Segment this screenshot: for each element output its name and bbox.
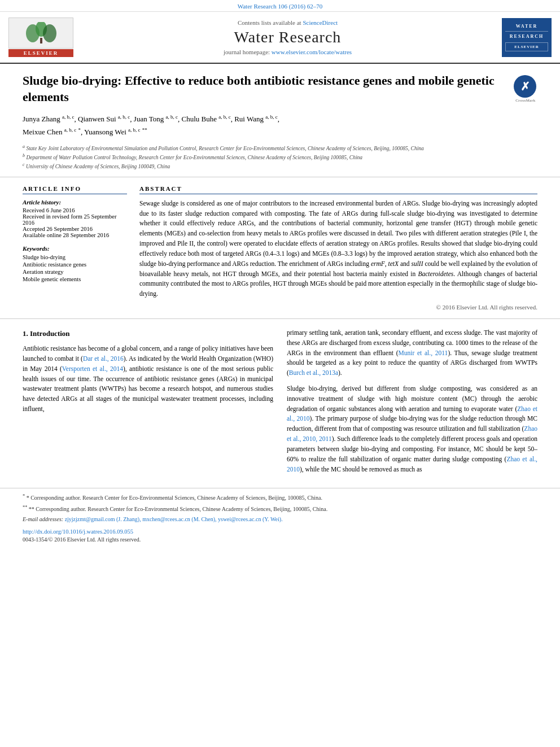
ref-zhao-2010b[interactable]: Zhao et al., 2010, 2011: [287, 425, 537, 442]
abstract-panel: ABSTRACT Sewage sludge is considered as …: [139, 185, 537, 311]
crossmark-badge: ✗ CrossMark: [514, 75, 537, 103]
history-label: Article history:: [23, 199, 127, 206]
journal-name-header: Water Research: [80, 28, 495, 46]
affiliation-c: c University of Chinese Academy of Scien…: [23, 161, 537, 171]
abstract-header: ABSTRACT: [139, 185, 537, 194]
journal-ref-text: Water Research 106 (2016) 62–70: [238, 3, 323, 10]
article-title-row: Sludge bio-drying: Effective to reduce b…: [23, 73, 537, 105]
available-online-date: Available online 28 September 2016: [23, 232, 127, 238]
author-5: Rui Wang a, b, c,: [234, 115, 279, 123]
journal-homepage: journal homepage: www.elsevier.com/locat…: [80, 49, 495, 55]
received-revised-date: Received in revised form 25 September 20…: [23, 213, 127, 226]
svg-rect-3: [40, 38, 42, 43]
keywords-label: Keywords:: [23, 245, 127, 252]
ref-versporten-2014[interactable]: Versporten et al., 2014: [62, 365, 123, 372]
author-1: Junya Zhang a, b, c,: [23, 115, 78, 123]
keyword-2: Antibiotic resistance genes: [23, 261, 127, 268]
author-7: Yuansong Wei a, b, c **: [84, 128, 147, 136]
body-right-column: primary settling tank, aeration tank, se…: [287, 328, 537, 480]
abstract-text: Sewage sludge is considered as one of ma…: [139, 199, 537, 299]
ref-burch-2013a[interactable]: Burch et al., 2013a: [289, 369, 338, 376]
journal-ref-bar: Water Research 106 (2016) 62–70: [0, 0, 560, 12]
ref-munir-2011[interactable]: Munir et al., 2011: [398, 350, 448, 356]
article-info-header: ARTICLE INFO: [23, 185, 127, 194]
elsevier-logo: ELSEVIER: [8, 18, 73, 57]
ref-zhao-2010c[interactable]: Zhao et al., 2010: [287, 456, 537, 473]
footnotes-section: * * Corresponding author. Research Cente…: [0, 488, 560, 526]
water-research-logo: WATER RESEARCH ELSEVIER: [502, 18, 552, 57]
keyword-3: Aeration strategy: [23, 269, 127, 275]
article-info-panel: ARTICLE INFO Article history: Received 6…: [23, 185, 127, 311]
section-1-title: 1. Introduction: [23, 328, 273, 339]
email-links[interactable]: zjyjzjzmt@gmail.com (J. Zhang), mxchen@r…: [65, 516, 283, 522]
article-history: Article history: Received 6 June 2016 Re…: [23, 199, 127, 238]
elsevier-logo-icon: [24, 22, 58, 45]
body-left-para-1: Antibiotic resistance has become of a gl…: [23, 344, 273, 414]
received-date: Received 6 June 2016: [23, 207, 127, 213]
body-right-para-2: Sludge bio-drying, derived but different…: [287, 384, 537, 474]
doi-section: http://dx.doi.org/10.1016/j.watres.2016.…: [0, 526, 560, 536]
body-right-para-1: primary settling tank, aeration tank, se…: [287, 328, 537, 378]
accepted-date: Accepted 26 September 2016: [23, 226, 127, 232]
issn-section: 0043-1354/© 2016 Elsevier Ltd. All right…: [0, 536, 560, 548]
article-title: Sludge bio-drying: Effective to reduce b…: [23, 73, 506, 105]
affiliation-b: b Department of Water Pollution Control …: [23, 152, 537, 161]
author-3: Juan Tong a, b, c,: [134, 115, 182, 123]
keyword-4: Mobile genetic elements: [23, 276, 127, 282]
header-center: Contents lists available at ScienceDirec…: [80, 19, 495, 55]
ref-zhao-2010a[interactable]: Zhao et al., 2010: [287, 405, 537, 422]
author-2: Qianwen Sui a, b, c,: [78, 115, 134, 123]
affiliation-a: a State Key Joint Laboratory of Environm…: [23, 143, 537, 152]
body-left-column: 1. Introduction Antibiotic resistance ha…: [23, 328, 273, 480]
footnote-star2: ** ** Corresponding author. Research Cen…: [23, 504, 537, 513]
author-6: Meixue Chen a, b, c *,: [23, 128, 84, 136]
copyright-line: © 2016 Elsevier Ltd. All rights reserved…: [139, 304, 537, 311]
footnote-emails: E-mail addresses: zjyjzjzmt@gmail.com (J…: [23, 515, 537, 523]
authors-line: Junya Zhang a, b, c, Qianwen Sui a, b, c…: [23, 112, 537, 138]
footnote-star1: * * Corresponding author. Research Cente…: [23, 493, 537, 502]
info-abstract-section: ARTICLE INFO Article history: Received 6…: [0, 177, 560, 319]
article-header: Sludge bio-drying: Effective to reduce b…: [0, 64, 560, 177]
ref-dar-2016[interactable]: Dar et al., 2016: [83, 355, 124, 362]
keywords-section: Keywords: Sludge bio-drying Antibiotic r…: [23, 245, 127, 282]
svg-point-2: [43, 24, 56, 42]
affiliations: a State Key Joint Laboratory of Environm…: [23, 143, 537, 171]
author-4: Chulu Buhe a, b, c,: [181, 115, 234, 123]
page-header: ELSEVIER Contents lists available at Sci…: [0, 12, 560, 64]
body-content: 1. Introduction Antibiotic resistance ha…: [0, 319, 560, 488]
keyword-1: Sludge bio-drying: [23, 254, 127, 260]
doi-link[interactable]: http://dx.doi.org/10.1016/j.watres.2016.…: [23, 528, 133, 535]
contents-available: Contents lists available at ScienceDirec…: [80, 19, 495, 26]
